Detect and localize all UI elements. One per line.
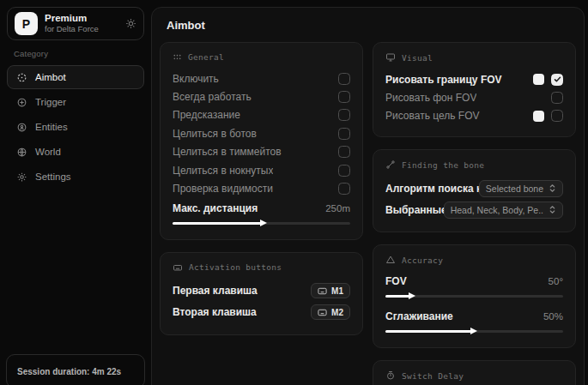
smoothing-slider[interactable] bbox=[385, 326, 563, 336]
fov-row: FOV 50° bbox=[385, 273, 563, 290]
sidebar-item-trigger[interactable]: Trigger bbox=[7, 90, 144, 114]
visual-row-fov-border: Рисовать границу FOV bbox=[385, 70, 563, 88]
slider-thumb[interactable] bbox=[260, 220, 267, 226]
panel-bone-header: Finding the bone bbox=[385, 159, 563, 170]
toggle-row-always-work: Всегда работать bbox=[173, 87, 350, 105]
toggle-row-target-teammates: Целиться в тиммейтов bbox=[173, 143, 350, 161]
checkbox[interactable] bbox=[338, 183, 350, 195]
unfold-icon bbox=[549, 183, 556, 193]
keybind-value: M1 bbox=[331, 286, 343, 296]
checkbox[interactable] bbox=[338, 165, 350, 177]
dropdown-label: Выбранные кос bbox=[385, 204, 444, 216]
category-label: Category bbox=[14, 49, 151, 58]
panel-general-header: General bbox=[173, 52, 350, 62]
unfold-icon bbox=[549, 205, 556, 214]
toggle-label: Предсказание bbox=[173, 109, 240, 121]
keybind-button-m1[interactable]: M1 bbox=[311, 283, 350, 298]
selected-bones-dropdown[interactable]: Head, Neck, Body, Pe.. bbox=[444, 202, 563, 219]
sidebar-item-aimbot[interactable]: Aimbot bbox=[7, 65, 144, 89]
slider-label: Макс. дистанция bbox=[173, 202, 258, 214]
toggle-label: Рисовать цель FOV bbox=[385, 110, 480, 122]
sidebar-item-label: Aimbot bbox=[35, 72, 66, 82]
keyboard-icon bbox=[173, 262, 183, 273]
panel-visual: Visual Рисовать границу FOV Рисовать фон… bbox=[373, 42, 576, 137]
color-swatch[interactable] bbox=[533, 111, 544, 122]
product-card: P Premium for Delta Force bbox=[7, 7, 144, 40]
right-column: Visual Рисовать границу FOV Рисовать фон… bbox=[373, 42, 576, 385]
panel-finding-bone: Finding the bone Алгоритм поиска кост Se… bbox=[373, 149, 576, 232]
bone-algorithm-dropdown[interactable]: Selected bone bbox=[479, 180, 563, 197]
toggle-label: Включить bbox=[173, 73, 219, 85]
dropdown-label: Алгоритм поиска кост bbox=[385, 183, 479, 195]
panel-general: General Включить Всегда работать Предска… bbox=[160, 42, 363, 240]
slider-value: 50% bbox=[543, 311, 563, 322]
checkbox[interactable] bbox=[338, 128, 350, 140]
dropdown-value: Head, Neck, Body, Pe.. bbox=[451, 205, 543, 215]
grid-dots-icon bbox=[173, 52, 182, 62]
sidebar-item-label: Trigger bbox=[35, 97, 66, 107]
toggle-row-visibility-check: Проверка видимости bbox=[173, 179, 350, 197]
second-key-row: Вторая клавиша M2 bbox=[173, 302, 350, 323]
sidebar-item-settings[interactable]: Settings bbox=[7, 165, 144, 189]
color-swatch[interactable] bbox=[533, 74, 544, 85]
slider-value: 250m bbox=[325, 203, 350, 214]
session-duration-card: Session duration: 4m 22s bbox=[6, 354, 145, 385]
product-subtitle: for Delta Force bbox=[45, 25, 118, 34]
keybind-button-m2[interactable]: M2 bbox=[311, 304, 350, 320]
person-scan-icon bbox=[16, 122, 27, 133]
toggle-row-target-bots: Целиться в ботов bbox=[173, 124, 350, 142]
toggle-label: Целиться в ботов bbox=[173, 128, 257, 140]
toggle-label: Всегда работать bbox=[173, 91, 252, 103]
panel-title: Switch Delay bbox=[402, 371, 464, 381]
sidebar: P Premium for Delta Force Category Aimbo… bbox=[0, 0, 151, 385]
checkbox[interactable] bbox=[338, 146, 350, 158]
keybind-value: M2 bbox=[331, 308, 343, 317]
product-name: Premium bbox=[45, 13, 118, 24]
sidebar-item-world[interactable]: World bbox=[7, 140, 144, 164]
bone-icon bbox=[385, 159, 396, 170]
panel-activation-buttons: Activation buttons Первая клавиша M1 bbox=[160, 252, 363, 335]
toggle-label: Целиться в тиммейтов bbox=[173, 146, 282, 158]
session-duration-text: Session duration: 4m 22s bbox=[17, 367, 121, 376]
monitor-icon bbox=[385, 52, 396, 63]
slider-thumb[interactable] bbox=[470, 328, 477, 334]
toggle-label: Рисовать фон FOV bbox=[385, 92, 476, 104]
toggle-row-enable: Включить bbox=[173, 69, 350, 87]
slider-fill bbox=[385, 330, 472, 333]
slider-value: 50° bbox=[549, 276, 563, 286]
checkbox[interactable] bbox=[551, 110, 563, 122]
slider-label: Сглаживание bbox=[385, 310, 453, 322]
toggle-label: Рисовать границу FOV bbox=[385, 74, 502, 86]
panel-visual-header: Visual bbox=[385, 52, 563, 63]
crosshair-icon bbox=[16, 72, 27, 83]
slider-thumb[interactable] bbox=[409, 292, 415, 299]
triangle-icon bbox=[385, 255, 396, 265]
target-icon bbox=[16, 97, 27, 108]
checkbox[interactable] bbox=[338, 91, 350, 103]
selected-bones-row: Выбранные кос Head, Neck, Body, Pe.. bbox=[385, 199, 563, 220]
sidebar-nav: Aimbot Trigger Entities bbox=[0, 65, 151, 189]
max-distance-slider[interactable] bbox=[173, 218, 350, 228]
toggle-label: Целиться в нокнутых bbox=[173, 165, 273, 177]
smoothing-row: Сглаживание 50% bbox=[385, 308, 563, 325]
panel-accuracy: Accuracy FOV 50° Сглаживание 50% bbox=[373, 244, 576, 348]
checkbox[interactable] bbox=[338, 109, 350, 121]
toggle-row-prediction: Предсказание bbox=[173, 106, 350, 124]
visual-row-fov-background: Рисовать фон FOV bbox=[385, 88, 563, 106]
key-label: Вторая клавиша bbox=[173, 306, 257, 318]
globe-icon bbox=[16, 147, 27, 158]
max-distance-row: Макс. дистанция 250m bbox=[173, 200, 350, 217]
panel-title: Activation buttons bbox=[189, 262, 282, 272]
fov-slider[interactable] bbox=[385, 291, 563, 301]
sidebar-item-label: World bbox=[35, 147, 61, 157]
sidebar-item-entities[interactable]: Entities bbox=[7, 115, 144, 139]
settings-gear-icon bbox=[16, 171, 27, 183]
checkbox[interactable] bbox=[551, 92, 563, 104]
slider-fill bbox=[385, 295, 410, 298]
checkbox[interactable] bbox=[338, 73, 350, 85]
gear-icon[interactable] bbox=[125, 18, 136, 29]
checkbox-checked[interactable] bbox=[551, 74, 563, 86]
key-label: Первая клавиша bbox=[173, 285, 258, 297]
panel-accuracy-header: Accuracy bbox=[385, 255, 563, 265]
toggle-row-target-knocked: Целиться в нокнутых bbox=[173, 161, 350, 179]
